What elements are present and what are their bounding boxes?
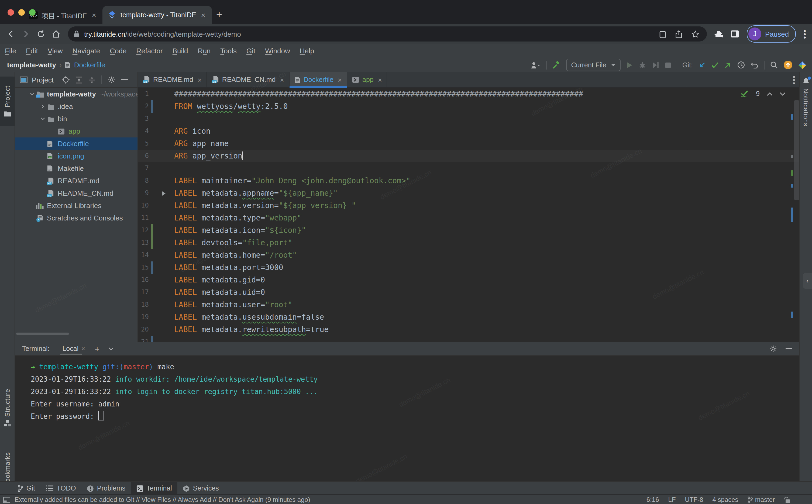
minimize-window-icon[interactable] <box>18 9 25 16</box>
menu-item-tools[interactable]: Tools <box>215 47 242 55</box>
tree-item-bin[interactable]: bin <box>15 113 137 125</box>
tab-close-icon[interactable]: × <box>280 76 284 84</box>
code-line-15[interactable]: 15LABEL metadata.port=3000 <box>138 261 800 274</box>
menu-item-window[interactable]: Window <box>260 47 295 55</box>
close-window-icon[interactable] <box>8 9 14 16</box>
code-line-2[interactable]: 2FROM wettyoss/wetty:2.5.0 <box>138 100 800 113</box>
maximize-window-icon[interactable] <box>29 9 36 16</box>
tree-item-dockerfile[interactable]: Dockerfile <box>15 137 137 150</box>
run-configuration-select[interactable]: Current File <box>566 59 621 71</box>
tree-item-icon-png[interactable]: icon.png <box>15 150 137 162</box>
menu-item-edit[interactable]: Edit <box>21 47 43 55</box>
git-commit-icon[interactable] <box>711 62 719 68</box>
caret-position[interactable]: 6:16 <box>646 496 659 503</box>
tool-window-tab-services[interactable]: Services <box>177 482 224 495</box>
tab-close-icon[interactable]: × <box>338 76 342 84</box>
tree-item--idea[interactable]: .idea <box>15 100 137 113</box>
code-line-5[interactable]: 5ARG app_name <box>138 137 800 150</box>
tree-chevron-down[interactable] <box>38 116 47 122</box>
side-panel-icon[interactable] <box>731 30 739 38</box>
expand-all-icon[interactable] <box>76 76 83 83</box>
clipboard-icon[interactable] <box>659 30 666 38</box>
editor-tab-app[interactable]: app× <box>347 72 387 87</box>
terminal-output[interactable]: → template-wetty git:(master) make2023-0… <box>15 356 800 423</box>
tool-window-tab-todo[interactable]: TODO <box>40 482 81 495</box>
update-available-icon[interactable] <box>783 60 793 70</box>
code-line-1[interactable]: 1#######################################… <box>138 88 800 100</box>
menu-item-file[interactable]: File <box>0 47 21 55</box>
code-line-16[interactable]: 16LABEL metadata.gid=0 <box>138 274 800 286</box>
terminal-dropdown-icon[interactable] <box>108 347 113 350</box>
indent-style[interactable]: 4 spaces <box>713 496 738 503</box>
build-hammer-icon[interactable] <box>552 61 561 69</box>
scrollbar-thumb[interactable] <box>794 100 799 200</box>
tree-item-external-libraries[interactable]: External Libraries <box>15 199 137 212</box>
collapse-all-icon[interactable] <box>89 76 96 83</box>
breadcrumb-project[interactable]: template-wetty <box>7 61 56 69</box>
tree-chevron-right[interactable] <box>38 103 47 109</box>
unlock-icon[interactable] <box>784 496 790 503</box>
rollback-icon[interactable] <box>751 61 759 68</box>
tree-item-scratches-and-consoles[interactable]: Scratches and Consoles <box>15 212 137 224</box>
tree-item-app[interactable]: app <box>15 125 137 137</box>
browser-tab[interactable]: template-wetty - TitanIDE× <box>103 6 212 24</box>
share-icon[interactable] <box>675 30 683 38</box>
code-line-17[interactable]: 17LABEL metadata.uid=0 <box>138 286 800 299</box>
file-encoding[interactable]: UTF-8 <box>685 496 703 503</box>
code-line-11[interactable]: 11LABEL metadata.type="webapp" <box>138 212 800 224</box>
history-clock-icon[interactable] <box>737 61 745 69</box>
minimize-terminal-icon[interactable] <box>786 345 792 353</box>
menu-item-help[interactable]: Help <box>295 47 319 55</box>
hide-panel-icon[interactable] <box>122 79 128 81</box>
editor-tab-readme-md[interactable]: MDREADME.md× <box>138 72 207 87</box>
status-layout-icon[interactable] <box>3 497 10 503</box>
locate-file-icon[interactable] <box>62 76 70 84</box>
inspections-widget[interactable]: 9 <box>740 90 786 98</box>
tree-chevron-down[interactable] <box>27 91 36 97</box>
editor-tab-readme-cn-md[interactable]: MDREADME_CN.md× <box>207 72 290 87</box>
code-line-13[interactable]: 13LABEL devtools="file,port" <box>138 237 800 249</box>
user-dropdown-icon[interactable] <box>530 61 541 69</box>
prev-problem-icon[interactable] <box>767 92 773 96</box>
new-tab-button[interactable]: + <box>216 9 222 20</box>
terminal-tab-local[interactable]: Local× <box>61 345 86 353</box>
bookmark-star-icon[interactable] <box>691 30 699 38</box>
browser-menu-icon[interactable]: ••• <box>803 29 806 39</box>
tab-close-icon[interactable]: × <box>91 11 97 19</box>
tree-item-template-wetty[interactable]: template-wetty~/workspace <box>15 88 137 100</box>
code-line-20[interactable]: 20LABEL metadata.rewritesubpath=true <box>138 323 800 336</box>
code-line-14[interactable]: 14LABEL metadata.home="/root" <box>138 249 800 261</box>
code-editor[interactable]: 9 1#####################################… <box>138 88 800 343</box>
home-icon[interactable] <box>52 30 60 38</box>
code-line-6[interactable]: 6ARG app_version <box>138 150 800 162</box>
code-line-19[interactable]: 19LABEL metadata.usesubdomain=false <box>138 311 800 323</box>
ide-gem-icon[interactable] <box>798 61 807 69</box>
collapse-panel-handle[interactable]: ‹ <box>803 273 812 289</box>
status-action-view-files[interactable]: View Files <box>142 496 171 503</box>
macos-window-controls[interactable] <box>8 9 36 16</box>
menu-item-code[interactable]: Code <box>105 47 131 55</box>
tab-close-icon[interactable]: × <box>378 76 382 84</box>
menu-item-view[interactable]: View <box>43 47 68 55</box>
code-line-10[interactable]: 10LABEL metadata.version="${app_version}… <box>138 199 800 212</box>
status-action-don-t-ask-again-9-minutes-ago-[interactable]: Don't Ask Again (9 minutes ago) <box>218 496 310 503</box>
code-line-12[interactable]: 12LABEL metadata.icon="${icon}" <box>138 224 800 237</box>
stop-icon[interactable] <box>665 62 671 68</box>
code-line-4[interactable]: 4ARG icon <box>138 125 800 137</box>
menu-item-run[interactable]: Run <box>193 47 216 55</box>
code-line-18[interactable]: 18LABEL metadata.user="root" <box>138 299 800 311</box>
tool-window-tab-problems[interactable]: Problems <box>81 482 131 495</box>
search-everywhere-icon[interactable] <box>770 61 778 69</box>
tab-close-icon[interactable]: × <box>200 11 207 19</box>
forward-icon[interactable] <box>22 30 30 38</box>
terminal-settings-gear-icon[interactable] <box>769 345 777 353</box>
menu-item-navigate[interactable]: Navigate <box>68 47 105 55</box>
status-action-always-add[interactable]: Always Add <box>178 496 211 503</box>
debug-icon[interactable] <box>638 61 646 69</box>
editor-tab-options-icon[interactable]: ••• <box>793 75 795 85</box>
menu-item-refactor[interactable]: Refactor <box>131 47 167 55</box>
tab-close-icon[interactable]: × <box>198 76 202 84</box>
code-line-8[interactable]: 8LABEL maintainer="John Deng <john.deng@… <box>138 175 800 187</box>
tool-window-button-structure[interactable]: Structure <box>0 386 15 429</box>
next-problem-icon[interactable] <box>780 92 786 96</box>
